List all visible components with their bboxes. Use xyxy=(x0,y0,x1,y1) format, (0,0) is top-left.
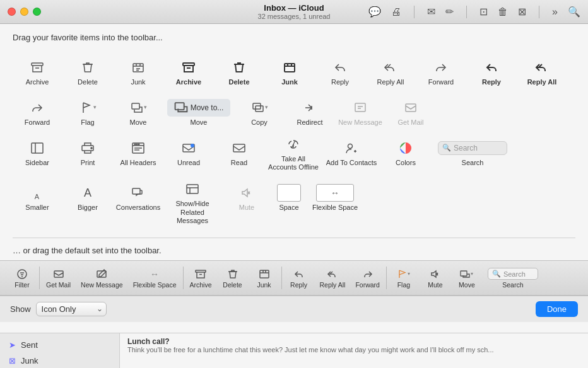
get-mail-label: Get Mail xyxy=(398,118,424,127)
drag-hint: Drag your favorite items into the toolba… xyxy=(0,24,588,49)
all-headers-label: All Headers xyxy=(121,159,156,167)
move-item[interactable]: ▾ Move xyxy=(114,91,163,129)
minimize-button[interactable] xyxy=(20,8,28,16)
d-filter-item[interactable]: Filter xyxy=(6,265,38,291)
trash-icon[interactable]: 🗑 xyxy=(498,6,508,18)
new-message-item[interactable]: New Message xyxy=(336,91,385,129)
sidebar-item-junk[interactable]: ⊠ Junk xyxy=(0,353,119,368)
reply-plain-icon xyxy=(333,59,347,76)
flag-item[interactable]: ▾ Flag xyxy=(63,91,112,129)
add-contacts-item[interactable]: Add To Contacts xyxy=(323,132,380,170)
d-getmail-label: Get Mail xyxy=(46,281,71,289)
archive-bold-item[interactable]: Archive xyxy=(164,51,213,89)
d-sep4 xyxy=(386,267,387,289)
maximize-button[interactable] xyxy=(33,8,41,16)
d-filter-icon xyxy=(16,267,28,281)
all-headers-item[interactable]: All Headers xyxy=(114,132,163,170)
d-move-label: Move xyxy=(459,281,475,289)
done-button[interactable]: Done xyxy=(536,301,578,317)
d-mute-item[interactable]: Mute xyxy=(420,265,451,291)
junk-icon[interactable]: ⊠ xyxy=(518,6,526,18)
d-forward-item[interactable]: Forward xyxy=(350,265,385,291)
sidebar-item[interactable]: Sidebar xyxy=(13,132,62,170)
reply-bold-icon xyxy=(485,59,498,76)
sidebar-item-sent[interactable]: ➤ Sent xyxy=(0,337,119,353)
d-search-label: Search xyxy=(502,281,523,289)
svg-rect-22 xyxy=(132,188,140,194)
junk-bold-icon xyxy=(283,59,297,76)
take-all-offline-item[interactable]: Take All Accounts Offline xyxy=(265,132,322,174)
redirect-label: Redirect xyxy=(297,118,323,127)
d-flexspace-icon: ↔ xyxy=(150,267,159,281)
d-flag-item[interactable]: ▾ Flag xyxy=(388,265,420,291)
speech-bubble-icon[interactable]: 💬 xyxy=(368,6,381,18)
d-getmail-item[interactable]: Get Mail xyxy=(41,265,76,291)
d-move-item[interactable]: ▾ Move xyxy=(451,265,483,291)
show-hide-icon xyxy=(185,180,199,198)
close-button[interactable] xyxy=(8,8,16,16)
search-toolbar-label: Search xyxy=(462,159,484,167)
forward2-item[interactable]: Forward xyxy=(13,91,62,129)
svg-rect-4 xyxy=(132,103,139,109)
reply-plain-item[interactable]: Reply xyxy=(315,51,365,89)
junk-bold-item[interactable]: Junk xyxy=(265,51,314,89)
default-search-text: Search xyxy=(503,270,526,278)
flex-space-item[interactable]: ↔ Flexible Space xyxy=(307,176,363,214)
unread-label: Unread xyxy=(177,159,200,167)
delete-bold-item[interactable]: Delete xyxy=(215,51,264,89)
d-search-item[interactable]: 🔍 Search Search xyxy=(483,265,543,291)
redirect-item[interactable]: Redirect xyxy=(285,91,334,129)
mute-item[interactable]: Mute xyxy=(222,176,271,214)
d-delete-item[interactable]: Delete xyxy=(217,265,249,291)
junk-label: Junk xyxy=(21,356,38,365)
d-delete-icon xyxy=(227,267,238,281)
add-contacts-label: Add To Contacts xyxy=(326,159,377,167)
svg-point-18 xyxy=(191,144,194,147)
search-toolbar-item[interactable]: 🔍 Search Search xyxy=(432,132,514,170)
mail-preview-title: Lunch call? xyxy=(127,337,580,346)
junk-plain-item[interactable]: Junk xyxy=(114,51,163,89)
show-select-wrapper[interactable]: Icon Only Icon and Text Text Only xyxy=(36,302,107,316)
delete-plain-item[interactable]: Delete xyxy=(63,51,112,89)
d-archive-item[interactable]: Archive xyxy=(185,265,217,291)
forward-plain-item[interactable]: Forward xyxy=(416,51,466,89)
sidebar-icon xyxy=(30,139,44,157)
redirect-icon xyxy=(303,99,317,117)
unread-item[interactable]: Unread xyxy=(164,132,213,170)
read-item[interactable]: Read xyxy=(215,132,264,170)
d-reply-item[interactable]: Reply xyxy=(283,265,315,291)
d-replyall-item[interactable]: Reply All xyxy=(315,265,351,291)
space-item[interactable]: Space xyxy=(273,176,305,214)
mail-icon[interactable]: ✉ xyxy=(427,6,435,18)
flag-label: Flag xyxy=(81,118,94,127)
archive-bold-icon xyxy=(182,59,196,76)
d-newmsg-item[interactable]: New Message xyxy=(76,265,128,291)
get-mail-item[interactable]: Get Mail xyxy=(386,91,435,129)
reply-all-plain-item[interactable]: Reply All xyxy=(366,51,415,89)
d-junk-item[interactable]: Junk xyxy=(249,265,280,291)
d-mute-label: Mute xyxy=(428,281,442,289)
colors-item[interactable]: Colors xyxy=(381,132,430,170)
d-flexspace-item[interactable]: ↔ Flexible Space xyxy=(128,265,182,291)
show-hide-item[interactable]: Show/Hide Related Messages xyxy=(164,176,221,227)
copy-item[interactable]: ▾ Copy xyxy=(235,91,284,129)
svg-point-14 xyxy=(134,144,136,145)
smaller-item[interactable]: A Smaller xyxy=(13,176,62,214)
more-icon[interactable]: » xyxy=(552,6,558,18)
archive-plain-item[interactable]: Archive xyxy=(13,51,62,89)
moveto-item[interactable]: Move to... Move xyxy=(164,91,233,129)
d-flag-label: Flag xyxy=(397,281,410,289)
archive-icon[interactable]: ⊡ xyxy=(479,6,488,18)
search-icon[interactable]: 🔍 xyxy=(568,6,580,18)
reply-all-bold-item[interactable]: Reply All xyxy=(517,51,567,89)
reply-bold-item[interactable]: Reply xyxy=(467,51,516,89)
show-select[interactable]: Icon Only Icon and Text Text Only xyxy=(36,302,107,316)
d-archive-label: Archive xyxy=(190,281,212,289)
compose-icon[interactable]: ✏ xyxy=(445,6,454,18)
print-item[interactable]: Print xyxy=(63,132,112,170)
smaller-label: Smaller xyxy=(25,204,49,212)
bigger-item[interactable]: A Bigger xyxy=(63,176,112,214)
conversations-item[interactable]: Conversations xyxy=(114,176,163,214)
printer-icon[interactable]: 🖨 xyxy=(391,6,401,18)
conversations-label: Conversations xyxy=(116,204,160,212)
